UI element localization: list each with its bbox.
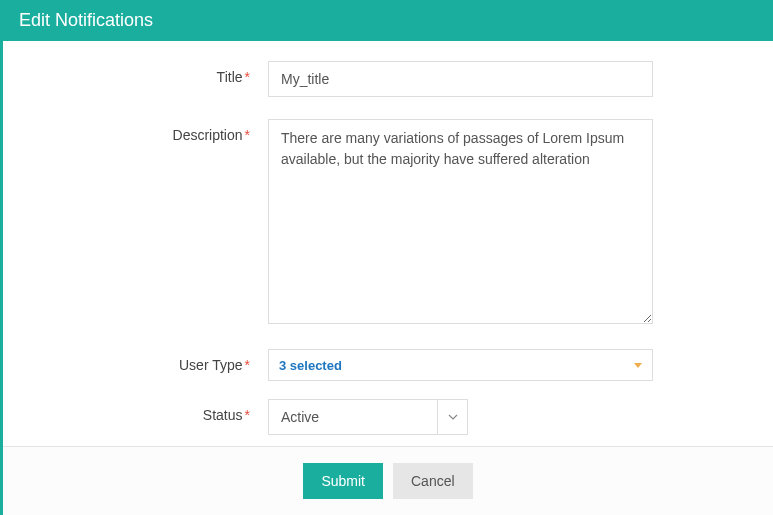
row-user-type: User Type* 3 selected bbox=[23, 349, 753, 381]
user-type-multiselect[interactable]: 3 selected bbox=[268, 349, 653, 381]
required-mark: * bbox=[245, 357, 250, 373]
form-footer: Submit Cancel bbox=[3, 446, 773, 515]
status-select-value: Active bbox=[268, 399, 438, 435]
form-body: Title* Description* There are many varia… bbox=[3, 41, 773, 467]
field-status: Active bbox=[268, 399, 468, 435]
label-description: Description* bbox=[23, 119, 268, 143]
title-input[interactable] bbox=[268, 61, 653, 97]
required-mark: * bbox=[245, 69, 250, 85]
row-title: Title* bbox=[23, 61, 753, 97]
label-status-text: Status bbox=[203, 407, 243, 423]
status-select[interactable]: Active bbox=[268, 399, 468, 435]
chevron-down-icon bbox=[448, 412, 458, 422]
row-description: Description* There are many variations o… bbox=[23, 119, 753, 327]
field-description: There are many variations of passages of… bbox=[268, 119, 653, 327]
label-status: Status* bbox=[23, 399, 268, 423]
field-title bbox=[268, 61, 653, 97]
required-mark: * bbox=[245, 407, 250, 423]
required-mark: * bbox=[245, 127, 250, 143]
panel-header: Edit Notifications bbox=[3, 0, 773, 41]
label-user-type-text: User Type bbox=[179, 357, 243, 373]
submit-button[interactable]: Submit bbox=[303, 463, 383, 499]
user-type-selected-text: 3 selected bbox=[279, 358, 342, 373]
label-title-text: Title bbox=[217, 69, 243, 85]
label-title: Title* bbox=[23, 61, 268, 85]
description-textarea[interactable]: There are many variations of passages of… bbox=[268, 119, 653, 324]
field-user-type: 3 selected bbox=[268, 349, 653, 381]
edit-notifications-panel: Edit Notifications Title* Description* T… bbox=[0, 0, 773, 515]
label-user-type: User Type* bbox=[23, 349, 268, 373]
panel-title: Edit Notifications bbox=[19, 10, 153, 30]
caret-down-icon bbox=[634, 363, 642, 368]
row-status: Status* Active bbox=[23, 399, 753, 435]
cancel-button[interactable]: Cancel bbox=[393, 463, 473, 499]
label-description-text: Description bbox=[173, 127, 243, 143]
status-select-arrow[interactable] bbox=[438, 399, 468, 435]
